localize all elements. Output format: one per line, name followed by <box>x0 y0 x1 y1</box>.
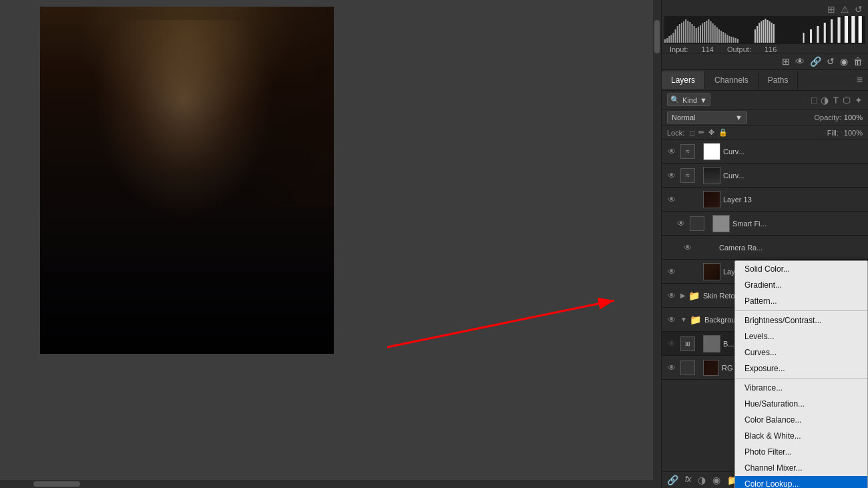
layer-visibility-icon[interactable]: 👁 <box>666 315 678 324</box>
input-value: 114 <box>702 45 714 53</box>
dropdown-gradient[interactable]: Gradient... <box>735 277 867 293</box>
dropdown-brightness-contrast[interactable]: Brightness/Contrast... <box>735 312 867 328</box>
v-scrollbar[interactable] <box>653 0 661 480</box>
layer-visibility-icon[interactable]: 👁 <box>666 339 678 348</box>
dropdown-channel-mixer[interactable]: Channel Mixer... <box>735 460 867 476</box>
histogram-warning-icon[interactable]: ⚠ <box>841 4 849 15</box>
svg-line-1 <box>387 300 614 347</box>
layer-visibility-icon[interactable]: 👁 <box>666 363 678 373</box>
link-layers-icon[interactable]: 🔗 <box>667 475 678 485</box>
svg-rect-43 <box>765 19 767 43</box>
dropdown-color-balance[interactable]: Color Balance... <box>735 412 867 428</box>
group-expand-icon[interactable]: ▼ <box>680 316 687 323</box>
kind-select[interactable]: 🔍 Kind ▼ <box>667 93 710 106</box>
svg-rect-42 <box>763 20 764 43</box>
svg-rect-51 <box>824 23 826 43</box>
dropdown-photo-filter[interactable]: Photo Filter... <box>735 444 867 460</box>
dropdown-hue-saturation[interactable]: Hue/Saturation... <box>735 396 867 412</box>
dropdown-curves[interactable]: Curves... <box>735 344 867 360</box>
pixel-filter-icon[interactable]: □ <box>811 95 817 105</box>
shape-filter-icon[interactable]: ⬡ <box>843 95 851 105</box>
tab-layers[interactable]: Layers <box>662 71 705 89</box>
output-label: Output: <box>727 45 751 53</box>
output-value: 116 <box>765 45 777 53</box>
svg-rect-22 <box>706 21 707 43</box>
svg-rect-56 <box>859 16 862 43</box>
group-expand-icon[interactable]: ▶ <box>680 292 686 299</box>
svg-rect-17 <box>696 28 697 43</box>
layer-eye-icon[interactable]: 👁 <box>795 56 805 67</box>
svg-rect-33 <box>729 36 730 43</box>
layer-visibility-icon[interactable]: 👁 <box>666 171 678 180</box>
layer-visibility-icon[interactable]: 👁 <box>682 243 694 252</box>
lock-all-icon[interactable]: 🔒 <box>718 128 728 137</box>
layer-visibility-icon[interactable]: 👁 <box>666 195 678 204</box>
fx-icon[interactable]: fx <box>685 475 691 485</box>
layer-eye2-icon[interactable]: ◉ <box>840 56 848 67</box>
layer-refresh-icon[interactable]: ↺ <box>827 56 835 67</box>
layer-spacer <box>696 240 711 255</box>
layer-icon <box>680 360 695 375</box>
svg-rect-29 <box>720 31 722 43</box>
svg-rect-21 <box>704 22 705 43</box>
svg-rect-15 <box>691 24 692 43</box>
layer-adjustment-icon: ≈ <box>680 144 695 159</box>
layer-item[interactable]: 👁 Camera Ra... <box>662 236 868 260</box>
dropdown-exposure[interactable]: Exposure... <box>735 360 867 377</box>
layer-visibility-icon[interactable]: 👁 <box>675 219 687 228</box>
type-filter-icon[interactable]: T <box>833 95 839 105</box>
histogram-refresh-icon[interactable]: ↺ <box>855 4 863 15</box>
dropdown-black-white[interactable]: Black & White... <box>735 428 867 444</box>
smart-filter-icon[interactable]: ✦ <box>855 95 863 105</box>
svg-rect-3 <box>666 38 668 43</box>
lock-icons: □ ✏ ✥ 🔒 <box>690 128 728 137</box>
blend-mode-select[interactable]: Normal ▼ <box>667 111 747 124</box>
layer-item[interactable]: 👁 Layer 13 <box>662 188 868 212</box>
layer-item[interactable]: 👁 ≈ Curv... <box>662 164 868 188</box>
h-scrollbar-thumb[interactable] <box>33 481 80 487</box>
layer-thumbnail <box>703 263 720 280</box>
kind-row: 🔍 Kind ▼ □ ◑ T ⬡ ✦ <box>662 91 868 109</box>
svg-rect-24 <box>710 21 712 43</box>
svg-rect-54 <box>845 16 848 43</box>
v-scrollbar-thumb[interactable] <box>654 20 660 53</box>
svg-rect-2 <box>664 39 666 43</box>
dropdown-vibrance[interactable]: Vibrance... <box>735 380 867 396</box>
fill-value: 100% <box>844 129 863 137</box>
lock-pixel-icon[interactable]: □ <box>690 129 694 137</box>
h-scrollbar[interactable] <box>0 480 661 488</box>
adjustment-icon[interactable]: ◉ <box>712 475 720 485</box>
svg-rect-41 <box>761 21 762 43</box>
layer-thumbnail <box>703 167 720 184</box>
adjustment-filter-icon[interactable]: ◑ <box>821 95 829 105</box>
dropdown-pattern[interactable]: Pattern... <box>735 293 867 309</box>
svg-rect-14 <box>689 22 690 43</box>
svg-rect-28 <box>718 29 720 43</box>
panel-menu-icon[interactable]: ≡ <box>851 70 868 90</box>
svg-rect-20 <box>702 23 703 43</box>
dropdown-solid-color[interactable]: Solid Color... <box>735 261 867 277</box>
layer-item[interactable]: 👁 ≈ Curv... <box>662 140 868 164</box>
dropdown-color-lookup[interactable]: Color Lookup... <box>735 476 867 488</box>
layer-type-icon[interactable]: ⊞ <box>782 56 790 67</box>
lock-move-icon[interactable]: ✥ <box>708 128 714 137</box>
lock-paint-icon[interactable]: ✏ <box>698 128 704 137</box>
svg-rect-12 <box>685 19 686 43</box>
dropdown-levels[interactable]: Levels... <box>735 328 867 344</box>
layer-visibility-icon[interactable]: 👁 <box>666 147 678 156</box>
layer-link-icon-toolbar[interactable]: 🔗 <box>810 56 821 67</box>
tab-paths[interactable]: Paths <box>758 71 799 89</box>
tab-channels[interactable]: Channels <box>705 71 758 89</box>
add-mask-icon[interactable]: ◑ <box>698 475 706 485</box>
layer-visibility-icon[interactable]: 👁 <box>666 267 678 276</box>
opacity-value: 100% <box>844 113 863 121</box>
layer-name: Curv... <box>723 148 864 156</box>
histogram-icon-1: ⊞ <box>827 4 835 15</box>
dropdown-sep-2 <box>735 378 867 379</box>
svg-rect-27 <box>716 27 718 43</box>
layer-delete-icon[interactable]: 🗑 <box>853 56 863 67</box>
layer-item[interactable]: 👁 Smart Fi... <box>662 212 868 236</box>
svg-rect-47 <box>773 24 775 43</box>
layer-visibility-icon[interactable]: 👁 <box>666 291 678 300</box>
svg-rect-11 <box>683 21 684 43</box>
